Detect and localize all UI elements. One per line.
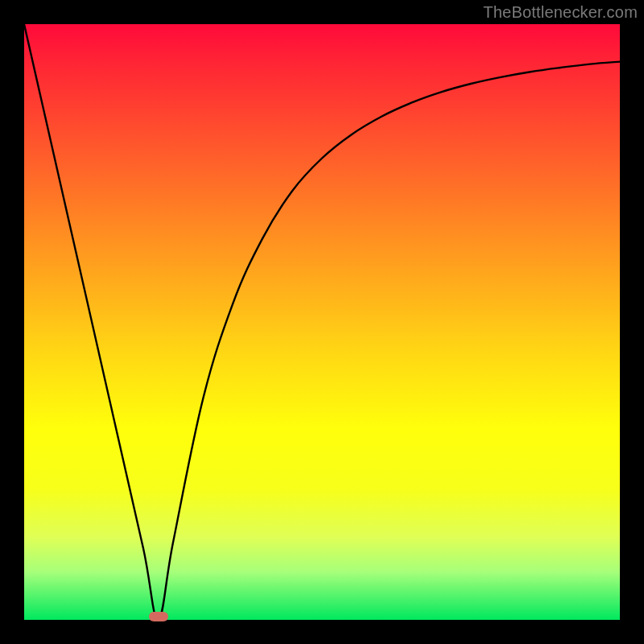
- optimal-point-marker: [149, 612, 168, 621]
- bottleneck-curve: [24, 24, 620, 620]
- curve-svg: [24, 24, 620, 620]
- chart-frame: TheBottlenecker.com: [0, 0, 644, 644]
- plot-area: [24, 24, 620, 620]
- watermark-text: TheBottlenecker.com: [483, 3, 638, 22]
